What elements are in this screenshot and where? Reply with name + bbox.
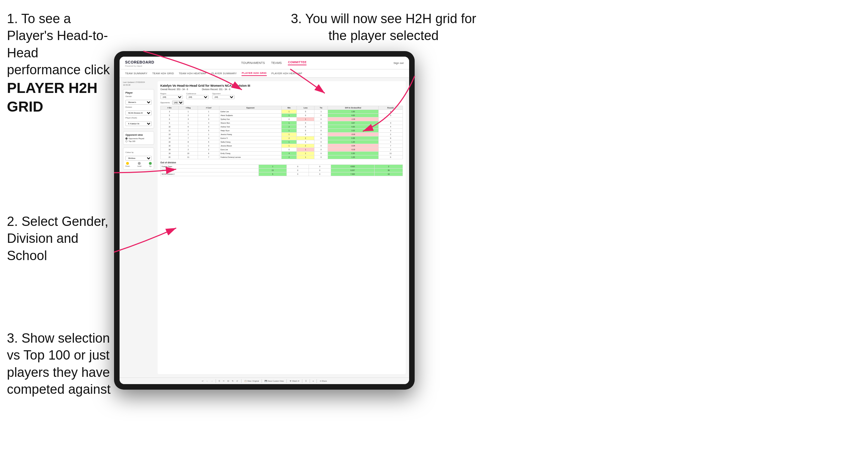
cell-tie: 0 xyxy=(314,114,328,117)
cell-div: 10 xyxy=(161,125,179,129)
toolbar-share[interactable]: ⊲ Share xyxy=(320,380,327,382)
cell-rounds: 4 xyxy=(378,125,403,129)
cell-div: 3 xyxy=(161,110,179,114)
cell-win: 1 xyxy=(281,114,296,117)
cell-reg: 1 xyxy=(178,133,198,136)
cell-tie: 0 xyxy=(314,144,328,148)
toolbar-watch[interactable]: 👁 Watch ▾ xyxy=(290,380,299,382)
cell-rounds: 30 xyxy=(375,169,403,172)
cell-div: 18 xyxy=(161,148,179,152)
cell-tie: 0 xyxy=(314,117,328,121)
cell-div: 11 xyxy=(161,129,179,133)
cell-div: 15 xyxy=(161,140,179,144)
cell-reg: 1 xyxy=(178,144,198,148)
division-select[interactable]: NCAA Division III xyxy=(125,111,152,115)
player-rank-label: Player (Rank) xyxy=(125,117,152,119)
player-rank-select[interactable]: 8. Katelyn Vo xyxy=(125,121,152,126)
left-panel: Last Updated: 27/03/2024 16:55:38 Player… xyxy=(123,81,154,374)
opponent-filter: Opponent (All) xyxy=(212,93,235,99)
sub-nav-team-h2h-heatmap[interactable]: TEAM H2H HEATMAP xyxy=(179,71,207,76)
cell-tie: 0 xyxy=(314,155,328,159)
col-rounds: Rounds xyxy=(378,106,403,110)
grid-subtitle: Overall Record: 353 - 34 - 6 Division Re… xyxy=(160,88,403,90)
cell-tie: 0 xyxy=(314,136,328,140)
cell-win: 2 xyxy=(281,155,296,159)
cell-conf: 3 xyxy=(198,117,219,121)
cell-reg: 3 xyxy=(178,117,198,121)
region-select[interactable]: (All) xyxy=(160,95,183,99)
cell-win: 4 xyxy=(281,152,296,155)
cell-opponent: Stella Cheng xyxy=(219,140,282,144)
sub-nav-player-h2h-grid[interactable]: PLAYER H2H GRID xyxy=(242,71,266,76)
cell-diff: 4.500 xyxy=(331,165,375,169)
cell-opponent: Federica Domecq Lacroze xyxy=(219,155,282,159)
sub-nav-team-summary[interactable]: TEAM SUMMARY xyxy=(125,71,148,76)
toolbar-forward[interactable]: → xyxy=(211,380,213,382)
cell-reg: 8 xyxy=(178,140,198,144)
cell-reg: 1 xyxy=(178,121,198,125)
logo: SCOREBOARD Powered by clippd xyxy=(125,59,154,67)
colour-by-select[interactable]: Win/loss xyxy=(125,156,152,161)
cell-win: 1 xyxy=(281,144,296,148)
cell-div: 19 xyxy=(161,152,179,155)
toolbar-save-custom[interactable]: 💾 Save Custom View xyxy=(265,380,284,382)
cell-tie: 0 xyxy=(314,133,328,136)
table-row: 10 6 3 Andrea York 2 0 0 4.00 4 xyxy=(161,125,403,129)
opponent-select[interactable]: (All) xyxy=(212,95,235,99)
cell-diff: 3.33 xyxy=(328,129,379,133)
opponent-label: Opponent xyxy=(212,93,235,95)
toolbar-sep5 xyxy=(302,379,302,383)
out-of-division-table: Foreign Team 1 0 0 4.500 2 NAIA Division… xyxy=(160,164,403,176)
toolbar-cut[interactable]: ✂ xyxy=(223,380,225,382)
cell-rounds: 3 xyxy=(378,121,403,125)
toolbar-timer[interactable]: ⏱ xyxy=(236,380,238,382)
toolbar-copy[interactable]: ⎘ xyxy=(219,380,220,382)
nav-bar: SCOREBOARD Powered by clippd TOURNAMENTS… xyxy=(120,57,409,69)
toolbar-download[interactable]: ↧ xyxy=(305,380,307,382)
tablet-screen: SCOREBOARD Powered by clippd TOURNAMENTS… xyxy=(120,57,409,384)
table-row: 14 7 4 Eunice Yi 2 2 0 0.38 9 xyxy=(161,136,403,140)
sub-nav-player-h2h-heatmap[interactable]: PLAYER H2H HEATMAP xyxy=(272,71,302,76)
player-section-title: Player xyxy=(125,92,152,94)
nav-tournaments[interactable]: TOURNAMENTS xyxy=(241,61,265,65)
player-section: Player Gender Women's Division NCAA Divi… xyxy=(123,89,154,128)
gender-select[interactable]: Women's xyxy=(125,100,152,105)
table-row: 20 11 7 Federica Domecq Lacroze 2 1 0 1.… xyxy=(161,155,403,159)
toolbar-sep6 xyxy=(310,379,310,383)
cell-conf: 5 xyxy=(198,129,219,133)
toolbar-sep1 xyxy=(216,379,216,383)
cell-reg: 7 xyxy=(178,136,198,140)
cell-opponent: Jessica Mason xyxy=(219,144,282,148)
toolbar-back[interactable]: ← xyxy=(206,380,208,382)
toolbar-undo[interactable]: ↩ xyxy=(202,380,204,382)
col-div: # Div xyxy=(161,106,179,110)
opponents-select[interactable]: (All) xyxy=(172,101,184,105)
nav-teams[interactable]: TEAMS xyxy=(271,61,282,65)
cell-rounds: 3 xyxy=(378,114,403,117)
cell-tie: 1 xyxy=(314,110,328,114)
cell-win: 0 xyxy=(281,117,296,121)
left-instructions: 1. To see a Player's Head-to-Head perfor… xyxy=(0,0,117,419)
opponent-view-section: Opponent view Opponents Played Top 100 xyxy=(123,131,154,145)
table-row: 18 2 2 Euna Lee 0 1 0 -5.00 2 xyxy=(161,148,403,152)
cell-conf: 1 xyxy=(198,110,219,114)
toolbar-menu[interactable]: ≡ xyxy=(313,380,314,382)
cell-conf: 7 xyxy=(198,155,219,159)
toolbar-grid[interactable]: ⊡ xyxy=(227,380,229,382)
sub-nav-team-h2h-grid[interactable]: TEAM H2H GRID xyxy=(152,71,174,76)
table-row: 9 1 4 Sharon Mun 1 0 0 3.67 3 xyxy=(161,121,403,125)
top-100-radio[interactable]: Top 100 xyxy=(125,140,152,142)
cell-diff: 4.00 xyxy=(328,125,379,129)
toolbar-view-original[interactable]: 📋 View: Original xyxy=(244,380,259,382)
sign-out[interactable]: Sign out xyxy=(394,61,404,65)
conference-select[interactable]: (All) xyxy=(186,95,209,99)
opponents-played-radio[interactable]: Opponents Played xyxy=(125,137,152,140)
cell-div: 20 xyxy=(161,155,179,159)
toolbar-refresh[interactable]: ↻ xyxy=(232,380,234,382)
bottom-toolbar: ↩ ← → ⎘ ✂ ⊡ ↻ ⏱ 📋 View: Original 💾 Save … xyxy=(120,378,409,384)
cell-tie: 0 xyxy=(314,125,328,129)
cell-reg: 11 xyxy=(178,155,198,159)
nav-committee[interactable]: COMMITTEE xyxy=(288,60,306,65)
sub-nav-player-summary[interactable]: PLAYER SUMMARY xyxy=(211,71,237,76)
logo-text: SCOREBOARD xyxy=(125,60,154,64)
